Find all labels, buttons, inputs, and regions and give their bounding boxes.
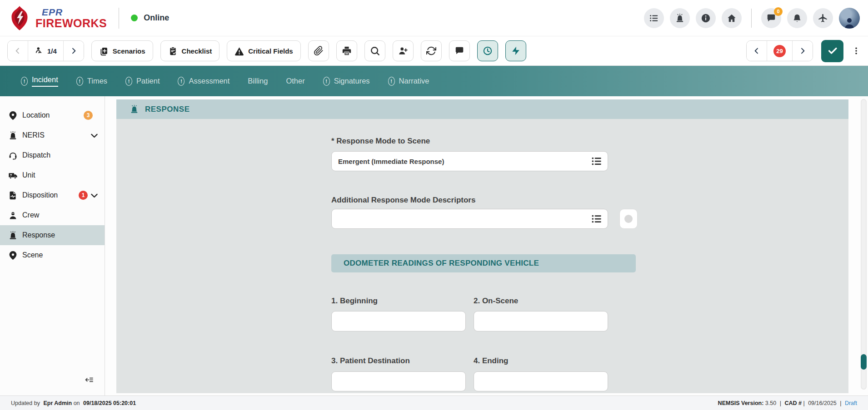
descriptor-option-button[interactable] <box>619 209 638 229</box>
section-tabs: ! Incident ! Times ! Patient ! Assessmen… <box>0 66 868 96</box>
warning-pill-icon: ! <box>388 77 395 86</box>
response-section-header: RESPONSE <box>116 99 848 119</box>
content-area: Location 3 NERIS Dispatch Unit Dispositi… <box>0 96 868 395</box>
siren-icon <box>675 13 685 23</box>
sidebar-item-neris[interactable]: NERIS <box>0 125 105 145</box>
sidebar-item-dispatch[interactable]: Dispatch <box>0 145 105 165</box>
info-icon <box>701 13 711 23</box>
warning-triangle-icon <box>234 46 244 56</box>
app-window: EPR FIREWORKS Online 0 <box>0 0 868 410</box>
sidebar-item-crew[interactable]: Crew <box>0 205 105 225</box>
validation-prev-button[interactable] <box>747 41 767 61</box>
clock-icon <box>483 46 493 56</box>
additional-descriptors-field <box>331 209 608 229</box>
comments-button[interactable] <box>449 40 470 61</box>
nemsis-version-label: NEMSIS Version: <box>718 400 764 406</box>
sidebar-collapse-button[interactable] <box>85 375 94 385</box>
home-button[interactable] <box>722 8 742 28</box>
list-icon <box>649 13 659 23</box>
refresh-button[interactable] <box>421 40 442 61</box>
top-header: EPR FIREWORKS Online 0 <box>0 0 868 36</box>
notifications-button[interactable] <box>787 8 807 28</box>
record-date: 09/16/2025 <box>808 400 837 406</box>
record-next-button[interactable] <box>63 41 84 61</box>
warning-pill-icon: ! <box>178 77 185 86</box>
odometer-ending-label: 4. Ending <box>474 356 509 366</box>
online-dot-icon <box>131 15 138 21</box>
odometer-destination-input[interactable] <box>331 371 466 391</box>
print-button[interactable] <box>336 40 357 61</box>
additional-descriptors-label: Additional Response Mode Descriptors <box>331 196 475 205</box>
incidents-button[interactable] <box>670 8 690 28</box>
menu-list-button[interactable] <box>644 8 664 28</box>
attachments-button[interactable] <box>308 40 329 61</box>
critical-fields-button[interactable]: Critical Fields <box>227 40 300 61</box>
status-footer: Updated by Epr Admin on 09/18/2025 05:20… <box>0 395 868 410</box>
logo-text-fireworks: FIREWORKS <box>35 18 107 29</box>
response-mode-input[interactable] <box>331 151 608 171</box>
tab-other[interactable]: Other <box>286 77 304 85</box>
record-pager: 1/4 <box>7 40 84 61</box>
bell-icon <box>792 13 802 23</box>
draft-status-link[interactable]: Draft <box>845 400 857 406</box>
info-button[interactable] <box>696 8 716 28</box>
sidebar-item-disposition[interactable]: Disposition 1 <box>0 185 105 205</box>
tab-signatures[interactable]: ! Signatures <box>323 77 370 86</box>
tab-patient[interactable]: ! Patient <box>125 77 160 86</box>
odometer-beginning-input[interactable] <box>331 311 466 331</box>
header-actions-divider <box>751 9 752 28</box>
vertical-scrollbar[interactable] <box>861 99 867 390</box>
add-person-button[interactable] <box>393 40 414 61</box>
crew-person-icon <box>8 211 18 220</box>
record-prev-button[interactable] <box>8 41 28 61</box>
sidebar-item-scene[interactable]: Scene <box>0 245 105 265</box>
messages-button[interactable]: 0 <box>761 8 781 28</box>
updated-timestamp: 09/18/2025 05:20:01 <box>83 400 136 406</box>
more-options-button[interactable] <box>852 46 861 55</box>
cad-number-label: CAD # <box>784 400 802 406</box>
additional-descriptors-input[interactable] <box>331 209 608 229</box>
transport-button[interactable] <box>813 8 833 28</box>
tab-incident[interactable]: ! Incident <box>21 75 58 87</box>
chat-icon <box>454 46 464 56</box>
save-validate-button[interactable] <box>821 40 843 62</box>
location-pin-icon <box>8 251 18 260</box>
list-picker-icon[interactable] <box>591 155 603 167</box>
search-button[interactable] <box>364 40 385 61</box>
sidebar-item-response[interactable]: Response <box>0 225 105 245</box>
main-form-area: RESPONSE * Response Mode to Scene Additi… <box>105 96 868 395</box>
user-avatar[interactable] <box>839 8 860 29</box>
logo-text-epr: EPR <box>42 7 107 17</box>
checklist-button[interactable]: Checklist <box>160 40 220 61</box>
tab-assessment[interactable]: ! Assessment <box>178 77 229 86</box>
odometer-beginning-label: 1. Beginning <box>331 296 378 306</box>
siren-icon <box>8 231 18 240</box>
scrollbar-thumb[interactable] <box>861 354 867 370</box>
odometer-ending-input[interactable] <box>474 371 608 391</box>
paperclip-icon <box>314 46 324 56</box>
quick-actions-button[interactable] <box>505 40 526 61</box>
radio-circle-icon <box>624 215 633 223</box>
updated-by-user: Epr Admin <box>43 400 72 406</box>
sidebar-item-location[interactable]: Location 3 <box>0 105 105 125</box>
sidebar-item-unit[interactable]: Unit <box>0 165 105 185</box>
record-counter[interactable]: 1/4 <box>28 41 63 61</box>
response-form-panel: * Response Mode to Scene Additional Resp… <box>116 119 848 393</box>
checklist-clipboard-icon <box>168 46 178 56</box>
times-quick-entry-button[interactable] <box>477 40 498 61</box>
tab-billing[interactable]: Billing <box>248 77 268 85</box>
odometer-onscene-input[interactable] <box>474 311 608 331</box>
check-icon <box>827 45 838 56</box>
print-icon <box>342 46 352 56</box>
add-person-icon <box>398 46 408 56</box>
validation-count[interactable]: 29 <box>767 41 792 61</box>
odometer-onscene-field <box>474 311 608 331</box>
validation-next-button[interactable] <box>792 41 813 61</box>
validation-count-badge: 29 <box>773 45 786 57</box>
avatar-silhouette-icon <box>843 16 856 29</box>
list-picker-icon[interactable] <box>591 213 603 225</box>
tab-narrative[interactable]: ! Narrative <box>388 77 429 86</box>
tab-times[interactable]: ! Times <box>76 77 107 86</box>
checklist-label: Checklist <box>182 47 212 55</box>
scenarios-button[interactable]: Scenarios <box>91 40 153 61</box>
